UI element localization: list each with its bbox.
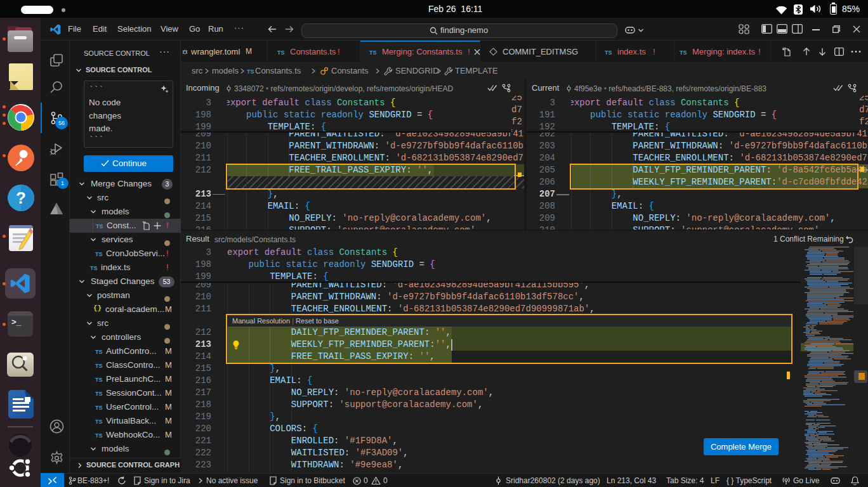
svg-text:?: ? bbox=[16, 188, 26, 207]
